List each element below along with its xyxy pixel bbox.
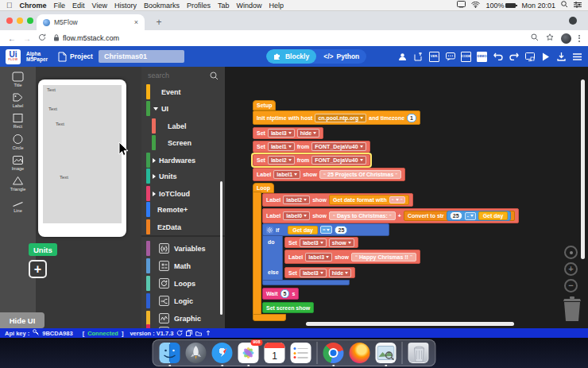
project-name-input[interactable]: Christmas01: [99, 50, 184, 63]
var-dropdown[interactable]: label3: [268, 129, 295, 138]
finder-icon[interactable]: [160, 343, 180, 363]
download-icon[interactable]: [556, 52, 567, 62]
zoom-in-button[interactable]: +: [564, 262, 578, 276]
share-icon[interactable]: [195, 330, 202, 336]
font-dropdown[interactable]: FONT_DejaVu40: [311, 142, 366, 151]
search-input[interactable]: [148, 72, 210, 79]
tab-python[interactable]: </> Python: [316, 49, 366, 64]
menu-profiles[interactable]: Profiles: [187, 2, 211, 10]
apple-menu-icon[interactable]: : [6, 2, 13, 10]
blockly-workspace[interactable]: Setup Init ntptime with host cn.pool.ntp…: [225, 67, 588, 328]
undo-icon[interactable]: [493, 52, 503, 62]
dock-trash-icon[interactable]: [408, 343, 429, 363]
menubar-clock[interactable]: Mon 20:01: [521, 2, 555, 10]
category-hardwares[interactable]: Hardwares: [141, 153, 225, 168]
center-view-button[interactable]: [564, 246, 578, 259]
var-dropdown[interactable]: label2: [283, 196, 310, 204]
zoom-out-button[interactable]: −: [564, 279, 578, 292]
battery-indicator[interactable]: 100%: [485, 2, 516, 10]
version-icon[interactable]: VER.: [429, 52, 439, 62]
block-get-date-format[interactable]: Get date format with “”: [329, 195, 409, 205]
units-button[interactable]: Units: [29, 243, 57, 256]
safari-icon[interactable]: [212, 343, 233, 363]
var-dropdown[interactable]: label3: [305, 253, 332, 261]
add-unit-button[interactable]: +: [29, 260, 47, 278]
wifi-icon[interactable]: [471, 2, 480, 10]
block-set-screen-show[interactable]: Set screen show: [262, 302, 314, 313]
trash-icon[interactable]: [561, 296, 583, 326]
feedback-icon[interactable]: [445, 52, 455, 62]
block-wait[interactable]: Wait 5 s: [262, 288, 299, 300]
category-ezdata[interactable]: EzData: [141, 219, 225, 234]
new-tab-button[interactable]: +: [153, 16, 165, 29]
save-device-icon[interactable]: [524, 52, 535, 62]
ntp-host-dropdown[interactable]: cn.pool.ntp.org: [315, 114, 366, 122]
category-units[interactable]: Units: [141, 169, 225, 184]
tab-blockly[interactable]: Blockly: [266, 49, 316, 64]
photos-icon[interactable]: 908: [238, 343, 259, 363]
back-icon[interactable]: ←: [8, 34, 16, 43]
menu-history[interactable]: History: [114, 2, 137, 10]
block-set-label2-font[interactable]: Set label2 from FONT_DejaVu40: [253, 154, 370, 166]
screen-mirroring-icon[interactable]: [457, 1, 466, 10]
block-math-subtract[interactable]: 25 - Get day: [447, 211, 511, 221]
device-screen[interactable]: Text Text Text Text: [43, 85, 122, 223]
block-get-day[interactable]: Get day: [478, 211, 509, 220]
number-25[interactable]: 25: [450, 211, 462, 220]
var-dropdown[interactable]: label1: [268, 142, 295, 151]
forward-icon[interactable]: →: [23, 34, 31, 43]
block-label2-show[interactable]: Label label2 show Get date format with “…: [262, 193, 413, 207]
menu-help[interactable]: Help: [269, 2, 284, 10]
menu-edit[interactable]: Edit: [72, 2, 85, 10]
var-dropdown[interactable]: label3: [300, 238, 327, 247]
category-event[interactable]: Event: [141, 84, 225, 99]
timezone-value[interactable]: 1: [407, 114, 416, 122]
firefox-dock-icon[interactable]: [350, 343, 370, 363]
device-label[interactable]: Text: [60, 175, 68, 180]
reload-icon[interactable]: [38, 33, 46, 43]
var-dropdown[interactable]: label3: [300, 269, 327, 277]
address-bar[interactable]: flow.m5stack.com: [53, 34, 524, 43]
menu-bookmarks[interactable]: Bookmarks: [144, 2, 180, 10]
palette-search[interactable]: [141, 68, 225, 83]
browser-tab[interactable]: M5Flow ×: [37, 14, 145, 30]
var-dropdown[interactable]: label2: [268, 156, 295, 165]
visibility-dropdown[interactable]: show: [329, 238, 354, 247]
visibility-dropdown[interactable]: hide: [297, 129, 319, 138]
tab-close-icon[interactable]: ×: [134, 18, 138, 26]
close-window-button[interactable]: [6, 17, 13, 24]
code-view-icon[interactable]: CODE: [461, 52, 471, 62]
upload-icon[interactable]: [205, 330, 211, 336]
font-dropdown[interactable]: FONT_DejaVu40: [311, 156, 366, 165]
block-get-day[interactable]: Get day: [288, 226, 318, 234]
tab-strip-badge[interactable]: [569, 17, 577, 25]
block-label1-show[interactable]: Label label1 show “25 Projects Of Christ…: [253, 168, 405, 181]
menu-window[interactable]: Window: [236, 2, 261, 10]
block-init-ntptime[interactable]: Init ntptime with host cn.pool.ntp.org a…: [253, 110, 420, 125]
category-remote[interactable]: Remote+: [141, 202, 225, 217]
tool-rect[interactable]: Rect: [0, 110, 36, 131]
wait-seconds[interactable]: 5: [280, 289, 290, 298]
string-block[interactable]: “Days to Christmas:”: [329, 211, 396, 220]
category-ui-label[interactable]: Label: [141, 118, 225, 134]
zoom-window-button[interactable]: [27, 17, 33, 24]
device-label[interactable]: Text: [56, 122, 64, 126]
block-set-label1-font[interactable]: Set label1 from FONT_DejaVu40: [253, 141, 370, 153]
project-button[interactable]: Project: [58, 52, 93, 62]
var-dropdown[interactable]: label0: [283, 211, 310, 220]
block-set-label3-hide2[interactable]: Set label3 hide: [284, 267, 355, 278]
block-set-label3-hide[interactable]: Set label3 hide: [253, 127, 323, 139]
block-label0-show[interactable]: Label label0 show “Days to Christmas:” +…: [262, 208, 519, 223]
spotlight-icon[interactable]: [561, 1, 568, 10]
visibility-dropdown[interactable]: hide: [329, 269, 351, 277]
category-variables[interactable]: Variables: [141, 241, 225, 256]
redo-icon[interactable]: [509, 52, 519, 62]
minimize-window-button[interactable]: [17, 17, 23, 24]
profile-avatar[interactable]: [561, 33, 571, 44]
menu-view[interactable]: View: [92, 2, 107, 10]
calendar-icon[interactable]: 1: [265, 343, 285, 363]
block-if[interactable]: if Get day = 25: [262, 223, 389, 236]
block-label3-show[interactable]: Label label3 show “Happy Chrismas !!”: [284, 250, 420, 264]
vertical-scrollbar[interactable]: [581, 79, 585, 259]
device-label[interactable]: Text: [48, 107, 57, 111]
